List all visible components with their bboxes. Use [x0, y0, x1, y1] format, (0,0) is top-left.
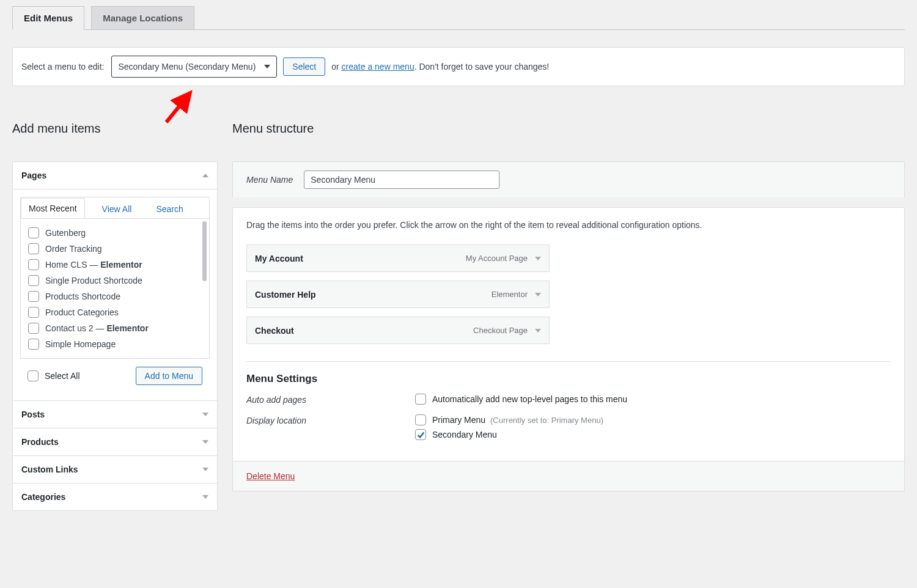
checkbox[interactable]: [28, 370, 39, 381]
list-item-suffix: Elementor: [106, 323, 148, 333]
menu-name-label: Menu Name: [246, 175, 293, 185]
menu-settings-title: Menu Settings: [246, 373, 891, 385]
caret-down-icon[interactable]: [535, 293, 541, 296]
accordion-header-products[interactable]: Products: [13, 428, 217, 455]
tab-manage-locations[interactable]: Manage Locations: [91, 6, 194, 29]
accordion-header-categories[interactable]: Categories: [13, 483, 217, 510]
list-item[interactable]: Home CLS — Elementor: [28, 257, 202, 273]
menu-item-type: Checkout Page: [473, 326, 528, 335]
accordion-header-custom-links[interactable]: Custom Links: [13, 455, 217, 483]
option-note: (Currently set to: Primary Menu): [490, 416, 603, 425]
menu-item-title: Customer Help: [255, 290, 316, 300]
location-primary-option[interactable]: Primary Menu (Currently set to: Primary …: [415, 414, 891, 425]
menu-item-type: My Account Page: [466, 254, 528, 263]
display-location-label: Display location: [246, 414, 415, 425]
select-all-row[interactable]: Select All: [28, 370, 80, 381]
accordion-header-posts[interactable]: Posts: [13, 400, 217, 428]
tab-view-all[interactable]: View All: [95, 199, 139, 219]
menu-name-input[interactable]: [304, 171, 499, 189]
option-label: Automatically add new top-level pages to…: [432, 394, 627, 404]
svg-line-0: [166, 93, 190, 122]
checkbox[interactable]: [28, 243, 39, 254]
checkbox[interactable]: [415, 429, 426, 440]
list-item[interactable]: Product Categories: [28, 304, 202, 320]
select-bar-text: or create a new menu. Don't forget to sa…: [331, 62, 549, 72]
chevron-down-icon: [264, 65, 270, 68]
tab-edit-menus[interactable]: Edit Menus: [12, 6, 84, 30]
checkbox[interactable]: [28, 291, 39, 302]
accordion-label: Custom Links: [21, 465, 78, 474]
option-label: Primary Menu: [432, 415, 485, 425]
caret-down-icon: [202, 440, 208, 444]
add-to-menu-button[interactable]: Add to Menu: [136, 367, 202, 385]
list-item-label: Order Tracking: [45, 244, 102, 254]
menu-item[interactable]: Customer Help Elementor: [246, 281, 550, 308]
menu-select-dropdown[interactable]: Secondary Menu (Secondary Menu): [111, 56, 277, 78]
list-item-suffix: Elementor: [100, 260, 142, 270]
accordion-label: Posts: [21, 410, 45, 419]
or-text: or: [331, 62, 339, 72]
list-item[interactable]: Contact us 2 — Elementor: [28, 320, 202, 336]
menu-select-bar: Select a menu to edit: Secondary Menu (S…: [12, 47, 905, 86]
list-item[interactable]: Gutenberg: [28, 225, 202, 241]
checkbox[interactable]: [28, 307, 39, 318]
accordion-label: Pages: [21, 171, 46, 180]
list-item[interactable]: Products Shortcode: [28, 288, 202, 304]
list-item-label: Product Categories: [45, 307, 119, 317]
caret-up-icon: [202, 174, 208, 177]
menu-structure-footer: Delete Menu: [232, 461, 905, 491]
dropdown-value-text: Secondary Menu (Secondary Menu): [118, 62, 256, 72]
location-secondary-option[interactable]: Secondary Menu: [415, 429, 891, 440]
scrollbar[interactable]: [202, 221, 207, 281]
list-item[interactable]: Simple Homepage: [28, 336, 202, 352]
checkbox[interactable]: [28, 339, 39, 350]
select-all-label: Select All: [45, 371, 80, 381]
menu-structure-title: Menu structure: [232, 122, 905, 136]
list-item-label: Home CLS —: [45, 260, 100, 270]
accordion-header-pages[interactable]: Pages: [13, 162, 217, 189]
pages-panel: Most Recent View All Search Gutenberg Or…: [20, 197, 210, 359]
checkbox[interactable]: [28, 259, 39, 270]
list-item[interactable]: Single Product Shortcode: [28, 273, 202, 288]
tab-search[interactable]: Search: [149, 199, 190, 219]
menu-item[interactable]: Checkout Checkout Page: [246, 317, 550, 344]
page-checklist[interactable]: Gutenberg Order Tracking Home CLS — Elem…: [21, 219, 209, 358]
caret-down-icon[interactable]: [535, 257, 541, 260]
list-item-label: Contact us 2 —: [45, 323, 106, 333]
list-item-label: Products Shortcode: [45, 292, 120, 301]
caret-down-icon: [202, 413, 208, 416]
add-menu-items-title: Add menu items: [12, 122, 218, 136]
delete-menu-link[interactable]: Delete Menu: [246, 471, 295, 481]
checkbox[interactable]: [415, 414, 426, 425]
caret-down-icon: [202, 495, 208, 499]
menu-item[interactable]: My Account My Account Page: [246, 244, 550, 272]
list-item[interactable]: Order Tracking: [28, 241, 202, 257]
checkbox[interactable]: [28, 275, 39, 286]
auto-add-pages-option[interactable]: Automatically add new top-level pages to…: [415, 394, 891, 405]
accordion-body-pages: Most Recent View All Search Gutenberg Or…: [13, 189, 217, 400]
menu-item-title: Checkout: [255, 326, 294, 336]
menu-item-type: Elementor: [492, 290, 528, 299]
accordion-pages: Pages Most Recent View All Search: [13, 162, 217, 400]
instructions-text: Drag the items into the order you prefer…: [246, 220, 891, 230]
checkbox[interactable]: [28, 323, 39, 334]
nav-tab-wrapper: Edit Menus Manage Locations: [12, 0, 905, 30]
tab-most-recent[interactable]: Most Recent: [21, 198, 85, 219]
divider: [246, 361, 891, 362]
menu-item-title: My Account: [255, 254, 303, 263]
pages-footer: Select All Add to Menu: [20, 359, 210, 393]
caret-down-icon: [202, 468, 208, 471]
accordion-label: Categories: [21, 492, 65, 502]
select-menu-label: Select a menu to edit:: [21, 62, 104, 72]
menu-structure-panel: Drag the items into the order you prefer…: [232, 207, 905, 461]
list-item-label: Single Product Shortcode: [45, 276, 142, 285]
checkbox[interactable]: [28, 227, 39, 238]
option-label: Secondary Menu: [432, 430, 497, 439]
caret-down-icon[interactable]: [535, 329, 541, 333]
checkbox[interactable]: [415, 394, 426, 405]
list-item-label: Simple Homepage: [45, 339, 116, 349]
accordion: Pages Most Recent View All Search: [12, 161, 218, 511]
list-item-label: Gutenberg: [45, 228, 86, 238]
select-button[interactable]: Select: [283, 57, 325, 76]
create-new-menu-link[interactable]: create a new menu: [342, 62, 414, 72]
